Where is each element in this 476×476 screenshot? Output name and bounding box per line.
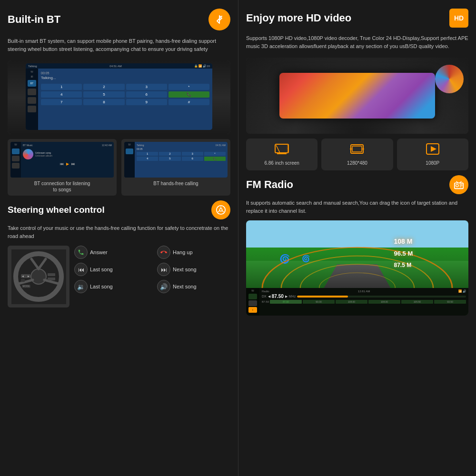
vol-down-icon: 🔉 (74, 280, 88, 293)
fm-section: FM Radio It supports automatic search an… (246, 175, 468, 316)
svg-line-22 (276, 145, 280, 153)
album-art (23, 149, 33, 159)
svg-rect-20 (275, 144, 288, 153)
vol-down-control: 🔉 Last song (74, 280, 148, 293)
hd-section-header: Enjoy more HD video HD (246, 9, 468, 28)
steering-description: Take control of your music or use the ha… (8, 224, 230, 240)
hangup-icon (157, 246, 170, 259)
answer-icon (74, 246, 88, 259)
feature-resolution: 1280*480 (321, 139, 393, 170)
steering-section: Steering wheel control Take control of y… (8, 200, 230, 307)
next-song-skip-label: Next song (173, 267, 197, 272)
fm-title: FM Radio (246, 178, 293, 191)
next-song-skip-icon: ⏭ (157, 263, 170, 276)
next-song-skip-control: ⏭ Next song (157, 263, 230, 276)
prev-song-skip-control: ⏮ Last song (74, 263, 148, 276)
left-panel: Built-in BT Built-in smart BT system, ca… (0, 0, 238, 476)
vol-up-control: 🔊 Next song (157, 280, 230, 293)
hangup-label: Hang up (173, 249, 193, 255)
1080p-label: 1080P (426, 160, 439, 166)
music-sidebar: TF (10, 142, 21, 178)
control-row-skip: ⏮ Last song ⏭ Next song (74, 263, 230, 276)
control-row-vol: 🔉 Last song 🔊 Next song (74, 280, 230, 293)
fm-section-header: FM Radio (246, 175, 468, 194)
steering-controls-list: Answer Hang up ⏮ Last s (74, 246, 230, 293)
bt-calling-label: BT hands-free calling (153, 180, 198, 187)
vol-down-label: Last song (90, 284, 113, 289)
steering-wheel-image: ◀ ▶ MODE (8, 246, 69, 307)
resolution-icon (350, 143, 364, 158)
bt-calling-screen-box: TF Talking04:51 AM 00:05 1 2 3 * 4 5 (121, 139, 230, 196)
answer-label: Answer (90, 249, 108, 255)
mini-screens-row: TF BT Music12:42 AM Unknown song Unknown… (8, 139, 230, 196)
hangup-control: Hang up (157, 246, 230, 259)
bt-calling-mini-screen: TF Talking04:51 AM 00:05 1 2 3 * 4 5 (124, 142, 228, 178)
steering-title: Steering wheel control (8, 205, 105, 215)
radio-icon (454, 179, 464, 190)
bt-music-screen-box: TF BT Music12:42 AM Unknown song Unknown… (8, 139, 117, 196)
hd-badge: HD (449, 9, 468, 28)
svg-line-3 (218, 210, 220, 212)
fm-description: It supports automatic search and manual … (246, 199, 468, 215)
feature-1080p: 1080P (397, 139, 468, 170)
play-icon (426, 143, 439, 158)
hd-title: Enjoy more HD video (246, 12, 351, 24)
steering-wheel-icon (216, 205, 226, 215)
screen-size-label: 6.86 inch screen (264, 160, 299, 166)
svg-rect-19 (48, 278, 55, 280)
bt-calling-screen: Talking 04:51 AM 🔒 📶 🔊 20 TF IR BT (8, 60, 230, 134)
resolution-label: 1280*480 (347, 160, 367, 166)
svg-point-37 (262, 248, 452, 288)
steering-header: Steering wheel control (8, 200, 230, 219)
svg-marker-29 (431, 146, 436, 152)
vol-up-icon: 🔊 (157, 280, 170, 293)
prev-song-skip-icon: ⏮ (74, 263, 88, 276)
bt-music-label: BT connection for listening to songs (34, 180, 90, 193)
bt-icon-badge (208, 9, 230, 30)
fm-icon-badge (449, 175, 468, 194)
steering-content: ◀ ▶ MODE Ans (8, 246, 230, 307)
radio-screen: TF • Radio 12:81 AM 📶 🔊 DX ◀ (246, 288, 468, 316)
bt-description: Built-in smart BT system, can support mo… (8, 37, 230, 53)
hd-description: Supports 1080P HD video,1080P video deco… (246, 34, 468, 50)
bt-music-screen: TF BT Music12:42 AM Unknown song Unknown… (10, 142, 114, 178)
vol-up-label: Next song (173, 284, 197, 289)
radio-visual-display: 🌀 🌀 108 M 96.5 M 87.5 M (246, 220, 468, 316)
music-main-area: BT Music12:42 AM Unknown song Unknown al… (21, 142, 114, 178)
steering-wheel-svg: ◀ ▶ MODE (11, 249, 66, 304)
svg-point-7 (31, 269, 46, 284)
svg-line-4 (222, 210, 224, 212)
bluetooth-icon (214, 14, 225, 25)
right-panel: Enjoy more HD video HD Supports 1080P HD… (238, 0, 476, 476)
svg-point-31 (456, 184, 459, 187)
svg-rect-25 (352, 146, 362, 152)
svg-text:◀: ◀ (22, 275, 24, 278)
svg-rect-18 (48, 273, 55, 276)
bt-section-header: Built-in BT (8, 9, 230, 30)
control-row-answer: Answer Hang up (74, 246, 230, 259)
calling-sidebar: TF (124, 142, 135, 178)
svg-point-40 (319, 273, 396, 288)
prev-song-skip-label: Last song (90, 267, 113, 272)
svg-text:MODE: MODE (22, 285, 30, 288)
screen-size-icon (275, 143, 289, 158)
svg-rect-13 (21, 279, 25, 282)
steering-icon-badge (211, 200, 230, 219)
bt-title: Built-in BT (8, 13, 60, 26)
car-interior-display (246, 58, 468, 134)
feature-cards: 6.86 inch screen 1280*480 10 (246, 139, 468, 170)
answer-control: Answer (74, 246, 148, 259)
svg-text:▶: ▶ (28, 275, 30, 278)
feature-screen-size: 6.86 inch screen (246, 139, 317, 170)
